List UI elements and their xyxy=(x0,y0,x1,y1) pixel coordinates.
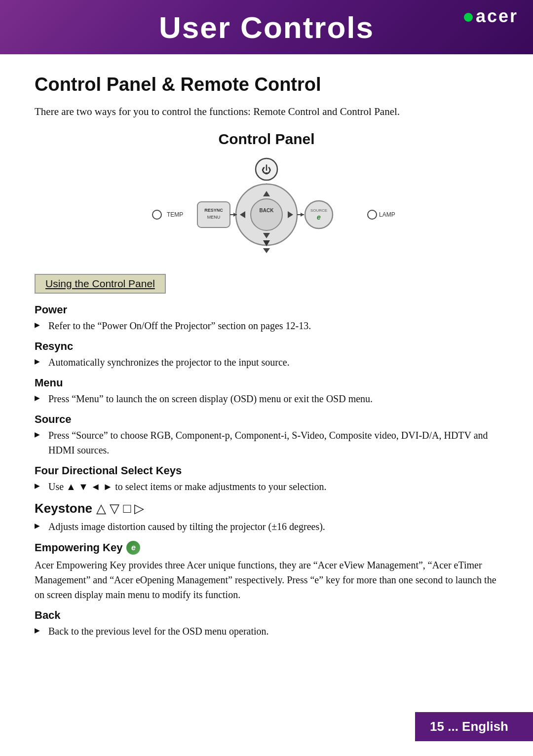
svg-text:MENU: MENU xyxy=(207,215,221,220)
svg-point-8 xyxy=(251,199,282,230)
empowering-body: Acer Empowering Key provides three Acer … xyxy=(35,558,498,602)
entry-resync-body: Automatically synchronizes the projector… xyxy=(35,355,498,370)
entry-directional-title: Four Directional Select Keys xyxy=(35,464,498,477)
footer-page: 15 xyxy=(430,719,444,734)
svg-point-22 xyxy=(152,210,161,219)
keystone-title: Keystone xyxy=(35,501,92,516)
empowering-heading: Empowering Key e xyxy=(35,541,498,555)
entry-back: Back Back to the previous level for the … xyxy=(35,609,498,639)
page-header: acer User Controls xyxy=(0,0,533,54)
svg-text:SOURCE: SOURCE xyxy=(310,208,327,213)
section-title: Control Panel & Remote Control xyxy=(35,74,498,95)
entry-power-title: Power xyxy=(35,303,498,316)
entry-directional-body: Use ▲ ▼ ◄ ► to select items or make adju… xyxy=(35,479,498,494)
entry-menu: Menu Press “Menu” to launch the on scree… xyxy=(35,377,498,406)
entry-resync-title: Resync xyxy=(35,340,498,353)
entry-back-title: Back xyxy=(35,609,498,622)
entry-power: Power Refer to the “Power On/Off the Pro… xyxy=(35,303,498,333)
entry-resync: Resync Automatically synchronizes the pr… xyxy=(35,340,498,370)
footer-lang: ... English xyxy=(448,719,508,734)
empowering-title: Empowering Key xyxy=(35,541,122,554)
svg-marker-18 xyxy=(301,213,304,217)
acer-logo: acer xyxy=(464,6,518,27)
svg-text:BACK: BACK xyxy=(260,208,274,213)
keystone-heading: Keystone △ ▽ □ ▷ xyxy=(35,501,498,516)
keystone-symbols: △ ▽ □ ▷ xyxy=(96,501,144,516)
control-panel-diagram: ⏻ BACK RESYNC MENU xyxy=(35,155,498,264)
svg-text:RESYNC: RESYNC xyxy=(204,208,223,213)
svg-marker-11 xyxy=(263,248,270,253)
diagram-svg: ⏻ BACK RESYNC MENU xyxy=(94,155,439,259)
entry-source: Source Press “Source” to choose RGB, Com… xyxy=(35,413,498,457)
footer: 15 ... English xyxy=(415,712,533,741)
e-icon: e xyxy=(126,541,140,555)
entry-source-body: Press “Source” to choose RGB, Component-… xyxy=(35,428,498,457)
using-control-panel-box: Using the Control Panel xyxy=(35,274,166,294)
entry-keystone: Adjusts image distortion caused by tilti… xyxy=(35,519,498,534)
entry-source-title: Source xyxy=(35,413,498,426)
svg-text:e: e xyxy=(317,213,321,221)
entry-back-body: Back to the previous level for the OSD m… xyxy=(35,624,498,639)
entry-menu-title: Menu xyxy=(35,377,498,389)
svg-text:LAMP: LAMP xyxy=(379,211,395,218)
svg-text:TEMP: TEMP xyxy=(167,211,183,218)
svg-point-24 xyxy=(368,210,377,219)
control-panel-subtitle: Control Panel xyxy=(35,131,498,148)
main-content: Control Panel & Remote Control There are… xyxy=(0,54,533,665)
using-control-panel-label: Using the Control Panel xyxy=(45,278,155,289)
entry-power-body: Refer to the “Power On/Off the Projector… xyxy=(35,318,498,333)
entry-directional: Four Directional Select Keys Use ▲ ▼ ◄ ►… xyxy=(35,464,498,494)
svg-text:⏻: ⏻ xyxy=(262,164,271,175)
page-title: User Controls xyxy=(159,10,374,45)
entry-keystone-body: Adjusts image distortion caused by tilti… xyxy=(35,519,498,534)
intro-paragraph: There are two ways for you to control th… xyxy=(35,104,498,120)
entry-menu-body: Press “Menu” to launch the on screen dis… xyxy=(35,391,498,406)
